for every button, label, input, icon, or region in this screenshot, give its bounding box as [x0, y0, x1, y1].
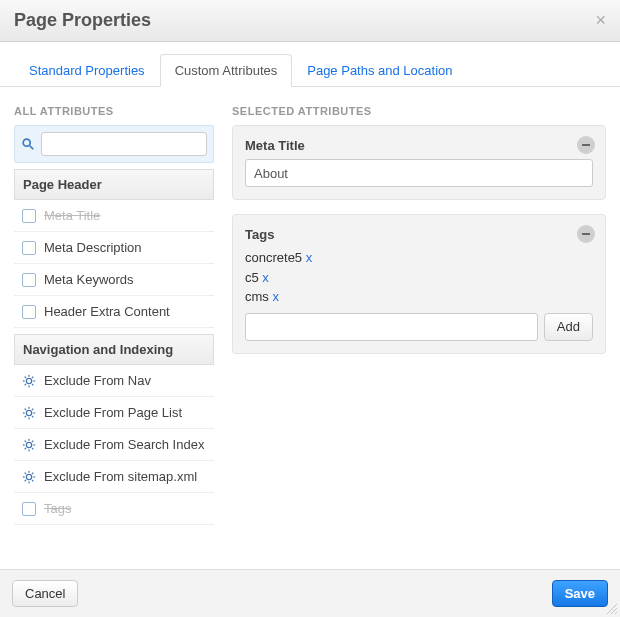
svg-line-26 [32, 448, 33, 449]
save-button[interactable]: Save [552, 580, 608, 607]
svg-line-16 [25, 408, 26, 409]
tag-item: cms x [245, 287, 593, 307]
group-header-page-header: Page Header [14, 169, 214, 200]
meta-title-input[interactable] [245, 159, 593, 187]
cancel-button[interactable]: Cancel [12, 580, 78, 607]
close-icon[interactable]: × [595, 10, 606, 31]
tag-add-input[interactable] [245, 313, 538, 341]
tabs: Standard Properties Custom Attributes Pa… [0, 42, 620, 87]
svg-line-27 [25, 448, 26, 449]
tag-item: concrete5 x [245, 248, 593, 268]
tag-text: concrete5 [245, 250, 302, 265]
tag-text: c5 [245, 270, 259, 285]
svg-line-25 [25, 440, 26, 441]
svg-line-34 [25, 472, 26, 473]
remove-attribute-button[interactable] [577, 225, 595, 243]
attr-header-extra-content[interactable]: Header Extra Content [14, 296, 214, 328]
panel-meta-title: Meta Title [232, 125, 606, 200]
text-attribute-icon [22, 305, 36, 319]
text-attribute-icon [22, 502, 36, 516]
svg-point-29 [26, 474, 31, 479]
tag-text: cms [245, 289, 269, 304]
tab-page-paths[interactable]: Page Paths and Location [292, 54, 467, 87]
attr-label: Meta Title [44, 208, 100, 223]
gear-icon [22, 438, 36, 452]
svg-line-19 [32, 408, 33, 409]
attr-meta-title[interactable]: Meta Title [14, 200, 214, 232]
svg-line-7 [25, 376, 26, 377]
attr-label: Meta Description [44, 240, 142, 255]
svg-line-28 [32, 440, 33, 441]
attr-meta-keywords[interactable]: Meta Keywords [14, 264, 214, 296]
attr-exclude-from-nav[interactable]: Exclude From Nav [14, 365, 214, 397]
remove-attribute-button[interactable] [577, 136, 595, 154]
tag-remove-link[interactable]: x [306, 250, 313, 265]
tag-remove-link[interactable]: x [262, 270, 269, 285]
minus-icon [582, 144, 590, 146]
tags-list: concrete5 x c5 x cms x [245, 248, 593, 307]
all-attributes-column: ALL ATTRIBUTES Page Header Meta Title Me… [14, 105, 214, 525]
gear-icon [22, 374, 36, 388]
attr-exclude-from-search-index[interactable]: Exclude From Search Index [14, 429, 214, 461]
selected-attributes-heading: SELECTED ATTRIBUTES [232, 105, 606, 117]
gear-icon [22, 470, 36, 484]
attr-label: Exclude From Search Index [44, 437, 204, 452]
svg-point-20 [26, 442, 31, 447]
attr-exclude-from-sitemap[interactable]: Exclude From sitemap.xml [14, 461, 214, 493]
svg-line-9 [25, 384, 26, 385]
attr-tags[interactable]: Tags [14, 493, 214, 525]
tab-standard-properties[interactable]: Standard Properties [14, 54, 160, 87]
gear-icon [22, 406, 36, 420]
svg-line-35 [32, 480, 33, 481]
tag-add-button[interactable]: Add [544, 313, 593, 341]
minus-icon [582, 233, 590, 235]
tab-custom-attributes[interactable]: Custom Attributes [160, 54, 293, 87]
selected-attributes-column: SELECTED ATTRIBUTES Meta Title Tags conc… [232, 105, 606, 525]
attr-label: Exclude From sitemap.xml [44, 469, 197, 484]
svg-line-10 [32, 376, 33, 377]
page-properties-dialog: Page Properties × Standard Properties Cu… [0, 0, 620, 617]
attr-meta-description[interactable]: Meta Description [14, 232, 214, 264]
svg-line-40 [615, 612, 617, 614]
content-area: ALL ATTRIBUTES Page Header Meta Title Me… [0, 87, 620, 535]
svg-point-0 [23, 139, 30, 146]
panel-title: Meta Title [245, 138, 593, 153]
svg-line-17 [32, 416, 33, 417]
tag-add-row: Add [245, 313, 593, 341]
attr-label: Exclude From Nav [44, 373, 151, 388]
svg-line-37 [32, 472, 33, 473]
attr-exclude-from-page-list[interactable]: Exclude From Page List [14, 397, 214, 429]
attr-label: Header Extra Content [44, 304, 170, 319]
dialog-title: Page Properties [14, 10, 151, 31]
resize-grip-icon[interactable] [604, 601, 618, 615]
text-attribute-icon [22, 273, 36, 287]
svg-line-18 [25, 416, 26, 417]
attr-label: Exclude From Page List [44, 405, 182, 420]
attribute-search-input[interactable] [41, 132, 207, 156]
svg-line-36 [25, 480, 26, 481]
svg-line-1 [30, 146, 34, 150]
tag-item: c5 x [245, 268, 593, 288]
text-attribute-icon [22, 209, 36, 223]
all-attributes-heading: ALL ATTRIBUTES [14, 105, 214, 117]
dialog-body: Standard Properties Custom Attributes Pa… [0, 42, 620, 569]
attr-label: Meta Keywords [44, 272, 134, 287]
tag-remove-link[interactable]: x [272, 289, 279, 304]
search-icon [21, 137, 35, 151]
dialog-footer: Cancel Save [0, 569, 620, 617]
svg-point-2 [26, 378, 31, 383]
svg-point-11 [26, 410, 31, 415]
panel-title: Tags [245, 227, 593, 242]
text-attribute-icon [22, 241, 36, 255]
group-header-navigation: Navigation and Indexing [14, 334, 214, 365]
attr-label: Tags [44, 501, 71, 516]
svg-line-8 [32, 384, 33, 385]
attribute-search-row [14, 125, 214, 163]
dialog-header: Page Properties × [0, 0, 620, 42]
panel-tags: Tags concrete5 x c5 x cms x Add [232, 214, 606, 354]
